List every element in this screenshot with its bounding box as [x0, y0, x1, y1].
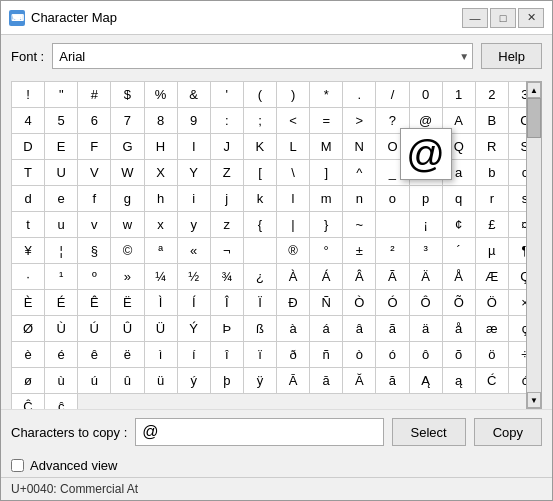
char-cell[interactable]: 4: [12, 108, 45, 134]
char-cell[interactable]: W: [111, 160, 144, 186]
help-button[interactable]: Help: [481, 43, 542, 69]
char-cell[interactable]: z: [211, 212, 244, 238]
char-cell[interactable]: J: [211, 134, 244, 160]
char-cell[interactable]: Ý: [178, 316, 211, 342]
char-cell[interactable]: I: [178, 134, 211, 160]
char-cell[interactable]: Ð: [277, 290, 310, 316]
char-cell[interactable]: *: [310, 82, 343, 108]
char-cell[interactable]: Æ: [476, 264, 509, 290]
char-cell[interactable]: ø: [12, 368, 45, 394]
char-cell[interactable]: Ñ: [310, 290, 343, 316]
char-cell[interactable]: _: [376, 160, 409, 186]
char-cell[interactable]: Ò: [343, 290, 376, 316]
char-cell[interactable]: ¥: [12, 238, 45, 264]
advanced-view-label[interactable]: Advanced view: [30, 458, 117, 473]
close-button[interactable]: ✕: [518, 8, 544, 28]
char-cell[interactable]: Ã: [376, 264, 409, 290]
char-cell[interactable]: »: [111, 264, 144, 290]
char-cell[interactable]: ?: [376, 108, 409, 134]
char-cell[interactable]: %: [145, 82, 178, 108]
char-cell[interactable]: å: [443, 316, 476, 342]
char-cell[interactable]: `: [410, 160, 443, 186]
char-cell[interactable]: 9: [178, 108, 211, 134]
char-cell[interactable]: ă: [376, 368, 409, 394]
char-cell[interactable]: R: [476, 134, 509, 160]
char-cell[interactable]: ¿: [244, 264, 277, 290]
char-cell[interactable]: ó: [376, 342, 409, 368]
char-cell[interactable]: 6: [78, 108, 111, 134]
char-cell[interactable]: ©: [111, 238, 144, 264]
char-cell[interactable]: ®: [277, 238, 310, 264]
char-cell[interactable]: à: [277, 316, 310, 342]
char-cell[interactable]: §: [78, 238, 111, 264]
char-cell[interactable]: È: [12, 290, 45, 316]
char-cell[interactable]: P: [410, 134, 443, 160]
char-cell[interactable]: M: [310, 134, 343, 160]
char-cell[interactable]: F: [78, 134, 111, 160]
char-cell[interactable]: ): [277, 82, 310, 108]
char-cell[interactable]: Ā: [277, 368, 310, 394]
char-cell[interactable]: Ö: [476, 290, 509, 316]
char-cell[interactable]: T: [12, 160, 45, 186]
char-cell[interactable]: &: [178, 82, 211, 108]
char-cell[interactable]: ­: [244, 238, 277, 264]
char-cell[interactable]: t: [12, 212, 45, 238]
char-cell[interactable]: D: [12, 134, 45, 160]
char-cell[interactable]: k: [244, 186, 277, 212]
char-cell[interactable]: ½: [178, 264, 211, 290]
char-cell[interactable]: ð: [277, 342, 310, 368]
char-cell[interactable]: Ø: [12, 316, 45, 342]
char-cell[interactable]: õ: [443, 342, 476, 368]
char-cell[interactable]: 8: [145, 108, 178, 134]
char-cell[interactable]: Û: [111, 316, 144, 342]
char-cell[interactable]: º: [78, 264, 111, 290]
char-cell[interactable]: r: [476, 186, 509, 212]
char-cell[interactable]: X: [145, 160, 178, 186]
char-cell[interactable]: ;: [244, 108, 277, 134]
char-cell[interactable]: ñ: [310, 342, 343, 368]
char-cell[interactable]: ²: [376, 238, 409, 264]
char-cell[interactable]: y: [178, 212, 211, 238]
char-cell[interactable]: 2: [476, 82, 509, 108]
char-cell[interactable]: î: [211, 342, 244, 368]
char-cell[interactable]: ß: [244, 316, 277, 342]
char-cell[interactable]: °: [310, 238, 343, 264]
char-cell[interactable]: ò: [343, 342, 376, 368]
char-cell[interactable]: ã: [376, 316, 409, 342]
char-cell[interactable]: b: [476, 160, 509, 186]
char-cell[interactable]: (: [244, 82, 277, 108]
char-cell[interactable]: |: [277, 212, 310, 238]
char-cell[interactable]: ¢: [443, 212, 476, 238]
char-cell[interactable]: L: [277, 134, 310, 160]
char-cell[interactable]: Ë: [111, 290, 144, 316]
char-cell[interactable]: þ: [211, 368, 244, 394]
char-cell[interactable]: [376, 212, 409, 238]
char-cell[interactable]: ¬: [211, 238, 244, 264]
char-cell[interactable]: \: [277, 160, 310, 186]
char-cell[interactable]: Ă: [343, 368, 376, 394]
char-cell[interactable]: @@: [410, 108, 443, 134]
char-cell[interactable]: o: [376, 186, 409, 212]
char-cell[interactable]: ´: [443, 238, 476, 264]
char-cell[interactable]: ý: [178, 368, 211, 394]
char-cell[interactable]: !: [12, 82, 45, 108]
char-cell[interactable]: ï: [244, 342, 277, 368]
char-cell[interactable]: Á: [310, 264, 343, 290]
char-cell[interactable]: Þ: [211, 316, 244, 342]
char-cell[interactable]: e: [45, 186, 78, 212]
char-cell[interactable]: N: [343, 134, 376, 160]
char-cell[interactable]: Ù: [45, 316, 78, 342]
char-cell[interactable]: {: [244, 212, 277, 238]
char-cell[interactable]: é: [45, 342, 78, 368]
char-cell[interactable]: ì: [145, 342, 178, 368]
char-cell[interactable]: h: [145, 186, 178, 212]
char-cell[interactable]: ]: [310, 160, 343, 186]
char-cell[interactable]: ô: [410, 342, 443, 368]
char-cell[interactable]: Í: [178, 290, 211, 316]
char-cell[interactable]: 7: [111, 108, 144, 134]
char-cell[interactable]: À: [277, 264, 310, 290]
char-cell[interactable]: [: [244, 160, 277, 186]
char-cell[interactable]: ': [211, 82, 244, 108]
select-button[interactable]: Select: [392, 418, 466, 446]
char-cell[interactable]: $: [111, 82, 144, 108]
